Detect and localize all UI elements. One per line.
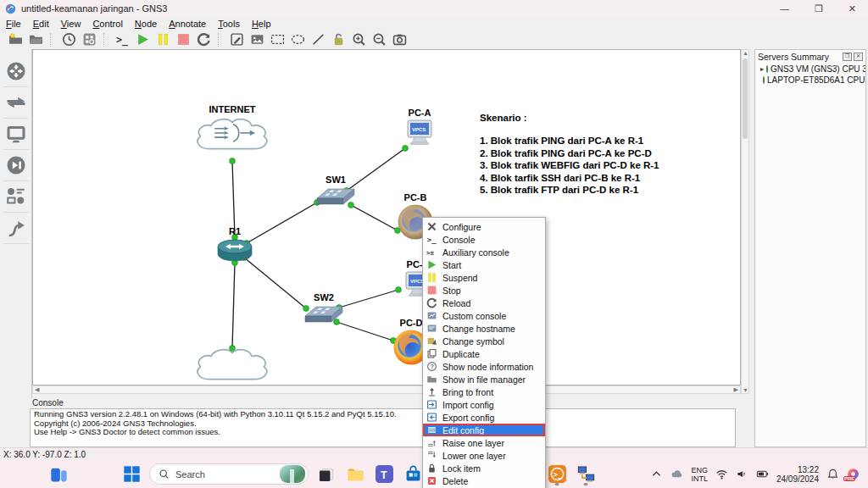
menu-node[interactable]: Node — [129, 19, 163, 29]
context-menu-item-change-hostname[interactable]: Change hostname — [423, 322, 545, 335]
speaker-icon[interactable] — [736, 468, 748, 480]
node-info-icon: ? — [426, 361, 437, 372]
context-menu-item-change-symbol[interactable]: Change symbol — [423, 335, 545, 347]
topology-summary-button[interactable] — [81, 31, 98, 48]
panel-float-icon[interactable]: ❐ — [843, 53, 852, 61]
context-menu-item-lock-item[interactable]: Lock item — [423, 462, 545, 474]
insert-image-button[interactable] — [248, 31, 266, 48]
taskbar-app-vpcs[interactable] — [575, 463, 597, 485]
browse-switches-button[interactable] — [3, 87, 29, 119]
stop-button[interactable] — [175, 31, 192, 48]
copilot-icon[interactable]: PRE — [847, 468, 860, 480]
menu-view[interactable]: View — [55, 19, 87, 29]
horizontal-scrollbar[interactable]: ◀▶ — [32, 385, 741, 394]
context-menu-item-import-config[interactable]: Import config — [423, 398, 545, 411]
taskbar-app-solar-putty[interactable]: >_ — [546, 463, 568, 485]
context-menu-item-stop[interactable]: Stop — [423, 284, 545, 297]
context-menu-item-edit-config[interactable]: Edit config — [423, 424, 545, 436]
console-button[interactable]: >_ — [114, 31, 131, 48]
suspend-button[interactable] — [154, 31, 172, 48]
draw-line-button[interactable] — [309, 31, 327, 48]
browse-all-devices-button[interactable] — [3, 181, 29, 213]
context-menu-item-bring-to-front[interactable]: Bring to front — [423, 385, 545, 398]
reload-button[interactable] — [195, 31, 213, 48]
start-button[interactable] — [134, 31, 152, 48]
tray-chevron-icon[interactable] — [650, 468, 663, 480]
browse-end-devices-button[interactable] — [3, 119, 29, 150]
onedrive-cloud-icon[interactable] — [670, 468, 683, 480]
context-menu-item-suspend[interactable]: Suspend — [423, 271, 545, 284]
close-button[interactable]: ✕ — [849, 3, 856, 14]
context-menu-item-delete[interactable]: Delete — [423, 474, 545, 487]
search-input[interactable]: Search — [149, 463, 309, 485]
battery-icon[interactable] — [756, 468, 769, 480]
context-menu-item-console[interactable]: >_Console — [423, 233, 545, 246]
menu-tools[interactable]: Tools — [212, 19, 246, 29]
search-highlight-image[interactable] — [280, 465, 305, 483]
add-link-button[interactable] — [3, 213, 29, 244]
server-row[interactable]: LAPTOP-ET85D6A1 CPU 16... — [755, 75, 865, 86]
zoom-out-button[interactable] — [370, 31, 388, 48]
console-output[interactable]: Running GNS3 version 2.2.48.1 on Windows… — [30, 408, 736, 447]
context-menu-item-configure[interactable]: Configure — [423, 220, 545, 233]
context-menu-item-show-in-file-manager[interactable]: Show in file manager — [423, 373, 545, 385]
minimize-button[interactable]: — — [780, 3, 789, 14]
lock-unlock-button[interactable] — [330, 31, 348, 48]
node-sw2[interactable]: SW2 — [302, 303, 346, 325]
taskbar-app-task-view[interactable] — [315, 463, 337, 485]
menu-control[interactable]: Control — [86, 19, 128, 29]
server-row[interactable]: ▸GNS3 VM (GNS3) CPU 3.2%,... — [755, 64, 865, 75]
menu-edit[interactable]: Edit — [27, 19, 55, 29]
menu-file[interactable]: File — [0, 19, 27, 29]
menu-annotate[interactable]: Annotate — [163, 19, 212, 29]
wifi-icon[interactable] — [715, 468, 728, 480]
context-menu-item-start[interactable]: Start — [423, 258, 545, 271]
topology-canvas[interactable]: INTERNET R1 Cloud1 SW1 SW2 VPCS PC-A PC-… — [32, 49, 741, 385]
browse-routers-button[interactable] — [3, 56, 29, 87]
language-indicator[interactable]: ENGINTL — [691, 466, 708, 483]
context-menu-item-reload[interactable]: Reload — [423, 297, 545, 309]
taskbar-app-teams[interactable]: T — [373, 463, 395, 485]
panel-close-icon[interactable]: ✕ — [854, 53, 863, 61]
running-indicator — [584, 483, 588, 485]
new-project-button[interactable] — [7, 31, 25, 48]
context-menu-item-lower-one-layer[interactable]: Lower one layer — [423, 449, 545, 462]
node-r1[interactable]: R1 — [216, 237, 253, 263]
vertical-scrollbar[interactable]: ▲▼ — [741, 49, 749, 394]
maximize-button[interactable]: ❐ — [815, 3, 823, 14]
expand-arrow-icon[interactable]: ▸ — [760, 65, 764, 73]
search-placeholder: Search — [175, 469, 274, 480]
node-internet[interactable]: INTERNET — [192, 115, 273, 154]
node-cloud1[interactable]: Cloud1 — [192, 346, 273, 385]
menu-help[interactable]: Help — [246, 19, 277, 29]
server-label: GNS3 VM (GNS3) CPU 3.2%,... — [771, 64, 865, 74]
draw-rectangle-button[interactable] — [269, 31, 287, 48]
scrollbar-thumb[interactable] — [743, 58, 748, 139]
node-pc-a[interactable]: VPCS PC-A — [403, 119, 436, 147]
context-menu-item-duplicate[interactable]: Duplicate — [423, 347, 545, 360]
start-button[interactable] — [120, 463, 142, 485]
context-menu-item-export-config[interactable]: Export config — [423, 411, 545, 424]
context-menu-label: Change hostname — [442, 324, 515, 334]
notification-bell-icon[interactable] — [826, 468, 839, 480]
open-project-button[interactable] — [27, 31, 45, 48]
context-menu-label: Delete — [442, 476, 468, 486]
taskbar-app-ms-store[interactable] — [402, 463, 424, 485]
node-sw1[interactable]: SW1 — [314, 186, 358, 208]
taskbar-app-file-explorer[interactable] — [344, 463, 366, 485]
context-menu-item-raise-one-layer[interactable]: Raise one layer — [423, 436, 545, 449]
svg-text:>_: >_ — [116, 34, 129, 47]
clock[interactable]: 13:22 24/09/2024 — [776, 465, 819, 484]
scenario-annotation[interactable]: Skenario : 1. Blok trafik PING dari PC-A… — [480, 113, 659, 197]
context-menu-item-auxiliary-console[interactable]: >≡Auxiliary console — [423, 246, 545, 258]
browse-security-devices-button[interactable] — [3, 150, 29, 181]
widgets-button[interactable] — [47, 463, 70, 485]
search-icon — [159, 469, 170, 480]
screenshot-button[interactable] — [391, 31, 409, 48]
annotate-text-button[interactable] — [228, 31, 246, 48]
context-menu-item-custom-console[interactable]: Custom console — [423, 309, 545, 322]
context-menu-item-show-node-information[interactable]: ?Show node information — [423, 360, 545, 373]
draw-ellipse-button[interactable] — [289, 31, 307, 48]
zoom-in-button[interactable] — [350, 31, 368, 48]
snapshot-button[interactable] — [60, 31, 78, 48]
